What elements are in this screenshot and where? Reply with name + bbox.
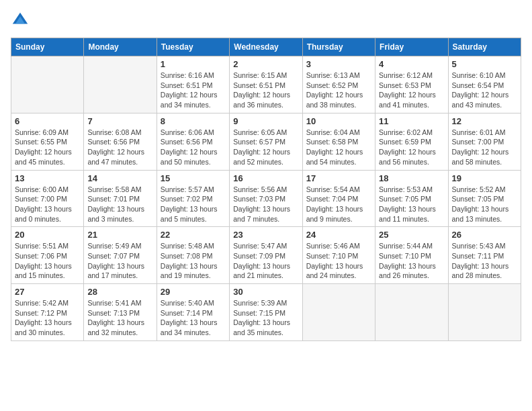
day-number: 8 — [161, 116, 226, 126]
day-info: Sunrise: 5:52 AM Sunset: 7:05 PM Dayligh… — [452, 185, 517, 224]
day-info: Sunrise: 6:13 AM Sunset: 6:52 PM Dayligh… — [306, 71, 371, 110]
day-info: Sunrise: 5:48 AM Sunset: 7:08 PM Dayligh… — [161, 241, 226, 281]
day-number: 15 — [161, 173, 226, 183]
day-info: Sunrise: 6:12 AM Sunset: 6:53 PM Dayligh… — [379, 71, 444, 110]
day-info: Sunrise: 5:42 AM Sunset: 7:12 PM Dayligh… — [15, 298, 80, 338]
day-info: Sunrise: 5:39 AM Sunset: 7:15 PM Dayligh… — [233, 298, 298, 338]
day-cell: 20Sunrise: 5:51 AM Sunset: 7:06 PM Dayli… — [11, 227, 84, 284]
day-number: 18 — [379, 173, 444, 183]
weekday-header-friday: Friday — [375, 38, 448, 56]
weekday-header-saturday: Saturday — [448, 38, 521, 56]
day-cell: 25Sunrise: 5:44 AM Sunset: 7:10 PM Dayli… — [375, 227, 448, 284]
day-cell: 18Sunrise: 5:53 AM Sunset: 7:05 PM Dayli… — [375, 170, 448, 227]
day-cell: 26Sunrise: 5:43 AM Sunset: 7:11 PM Dayli… — [448, 227, 521, 284]
day-number: 27 — [15, 287, 80, 297]
day-info: Sunrise: 5:56 AM Sunset: 7:03 PM Dayligh… — [233, 185, 298, 224]
day-cell: 3Sunrise: 6:13 AM Sunset: 6:52 PM Daylig… — [302, 56, 375, 113]
week-row-1: 1Sunrise: 6:16 AM Sunset: 6:51 PM Daylig… — [11, 56, 521, 113]
day-number: 2 — [233, 59, 298, 69]
day-info: Sunrise: 5:54 AM Sunset: 7:04 PM Dayligh… — [306, 185, 371, 224]
day-info: Sunrise: 5:51 AM Sunset: 7:06 PM Dayligh… — [15, 241, 80, 281]
day-info: Sunrise: 5:43 AM Sunset: 7:11 PM Dayligh… — [452, 241, 517, 281]
day-info: Sunrise: 6:09 AM Sunset: 6:55 PM Dayligh… — [15, 128, 80, 167]
day-number: 19 — [452, 173, 517, 183]
day-cell: 23Sunrise: 5:47 AM Sunset: 7:09 PM Dayli… — [230, 227, 302, 284]
day-number: 24 — [306, 230, 371, 240]
weekday-header-sunday: Sunday — [11, 38, 84, 56]
day-info: Sunrise: 6:01 AM Sunset: 7:00 PM Dayligh… — [452, 128, 517, 167]
day-cell: 29Sunrise: 5:40 AM Sunset: 7:14 PM Dayli… — [157, 284, 229, 341]
day-info: Sunrise: 5:53 AM Sunset: 7:05 PM Dayligh… — [379, 185, 444, 224]
day-cell: 14Sunrise: 5:58 AM Sunset: 7:01 PM Dayli… — [84, 170, 157, 227]
day-number: 22 — [161, 230, 226, 240]
day-number: 14 — [87, 173, 152, 183]
day-cell: 30Sunrise: 5:39 AM Sunset: 7:15 PM Dayli… — [230, 284, 302, 341]
day-number: 23 — [233, 230, 298, 240]
day-cell: 12Sunrise: 6:01 AM Sunset: 7:00 PM Dayli… — [448, 113, 521, 170]
day-cell — [302, 284, 375, 341]
header — [11, 11, 521, 30]
day-cell: 16Sunrise: 5:56 AM Sunset: 7:03 PM Dayli… — [230, 170, 302, 227]
day-number: 29 — [161, 287, 226, 297]
day-number: 20 — [15, 230, 80, 240]
day-number: 16 — [233, 173, 298, 183]
day-number: 13 — [15, 173, 80, 183]
day-info: Sunrise: 5:44 AM Sunset: 7:10 PM Dayligh… — [379, 241, 444, 281]
day-number: 5 — [452, 59, 517, 69]
day-info: Sunrise: 5:40 AM Sunset: 7:14 PM Dayligh… — [161, 298, 226, 338]
day-cell: 19Sunrise: 5:52 AM Sunset: 7:05 PM Dayli… — [448, 170, 521, 227]
day-cell: 4Sunrise: 6:12 AM Sunset: 6:53 PM Daylig… — [375, 56, 448, 113]
week-row-5: 27Sunrise: 5:42 AM Sunset: 7:12 PM Dayli… — [11, 284, 521, 341]
day-cell: 24Sunrise: 5:46 AM Sunset: 7:10 PM Dayli… — [302, 227, 375, 284]
day-cell: 6Sunrise: 6:09 AM Sunset: 6:55 PM Daylig… — [11, 113, 84, 170]
day-info: Sunrise: 5:46 AM Sunset: 7:10 PM Dayligh… — [306, 241, 371, 281]
day-info: Sunrise: 5:58 AM Sunset: 7:01 PM Dayligh… — [87, 185, 152, 224]
day-number: 28 — [87, 287, 152, 297]
day-number: 7 — [87, 116, 152, 126]
day-number: 6 — [15, 116, 80, 126]
day-cell: 22Sunrise: 5:48 AM Sunset: 7:08 PM Dayli… — [157, 227, 229, 284]
day-cell: 17Sunrise: 5:54 AM Sunset: 7:04 PM Dayli… — [302, 170, 375, 227]
day-info: Sunrise: 6:04 AM Sunset: 6:58 PM Dayligh… — [306, 128, 371, 167]
day-cell: 15Sunrise: 5:57 AM Sunset: 7:02 PM Dayli… — [157, 170, 229, 227]
day-cell: 7Sunrise: 6:08 AM Sunset: 6:56 PM Daylig… — [84, 113, 157, 170]
day-cell — [448, 284, 521, 341]
day-number: 11 — [379, 116, 444, 126]
day-info: Sunrise: 6:02 AM Sunset: 6:59 PM Dayligh… — [379, 128, 444, 167]
day-info: Sunrise: 5:57 AM Sunset: 7:02 PM Dayligh… — [161, 185, 226, 224]
day-info: Sunrise: 5:49 AM Sunset: 7:07 PM Dayligh… — [87, 241, 152, 281]
logo-icon — [11, 11, 30, 30]
day-cell: 5Sunrise: 6:10 AM Sunset: 6:54 PM Daylig… — [448, 56, 521, 113]
day-cell: 11Sunrise: 6:02 AM Sunset: 6:59 PM Dayli… — [375, 113, 448, 170]
week-row-3: 13Sunrise: 6:00 AM Sunset: 7:00 PM Dayli… — [11, 170, 521, 227]
calendar-table: SundayMondayTuesdayWednesdayThursdayFrid… — [11, 38, 521, 341]
day-number: 3 — [306, 59, 371, 69]
week-row-4: 20Sunrise: 5:51 AM Sunset: 7:06 PM Dayli… — [11, 227, 521, 284]
day-cell: 28Sunrise: 5:41 AM Sunset: 7:13 PM Dayli… — [84, 284, 157, 341]
weekday-header-row: SundayMondayTuesdayWednesdayThursdayFrid… — [11, 38, 521, 56]
weekday-header-thursday: Thursday — [302, 38, 375, 56]
day-cell: 13Sunrise: 6:00 AM Sunset: 7:00 PM Dayli… — [11, 170, 84, 227]
weekday-header-monday: Monday — [84, 38, 157, 56]
day-info: Sunrise: 6:15 AM Sunset: 6:51 PM Dayligh… — [233, 71, 298, 110]
day-number: 10 — [306, 116, 371, 126]
day-number: 9 — [233, 116, 298, 126]
day-cell: 10Sunrise: 6:04 AM Sunset: 6:58 PM Dayli… — [302, 113, 375, 170]
day-cell: 27Sunrise: 5:42 AM Sunset: 7:12 PM Dayli… — [11, 284, 84, 341]
week-row-2: 6Sunrise: 6:09 AM Sunset: 6:55 PM Daylig… — [11, 113, 521, 170]
day-cell: 1Sunrise: 6:16 AM Sunset: 6:51 PM Daylig… — [157, 56, 229, 113]
day-number: 4 — [379, 59, 444, 69]
day-info: Sunrise: 5:41 AM Sunset: 7:13 PM Dayligh… — [87, 298, 152, 338]
day-number: 12 — [452, 116, 517, 126]
day-number: 1 — [161, 59, 226, 69]
day-cell: 2Sunrise: 6:15 AM Sunset: 6:51 PM Daylig… — [230, 56, 302, 113]
day-number: 17 — [306, 173, 371, 183]
day-cell: 9Sunrise: 6:05 AM Sunset: 6:57 PM Daylig… — [230, 113, 302, 170]
day-number: 30 — [233, 287, 298, 297]
day-info: Sunrise: 5:47 AM Sunset: 7:09 PM Dayligh… — [233, 241, 298, 281]
day-info: Sunrise: 6:06 AM Sunset: 6:56 PM Dayligh… — [161, 128, 226, 167]
day-info: Sunrise: 6:05 AM Sunset: 6:57 PM Dayligh… — [233, 128, 298, 167]
weekday-header-tuesday: Tuesday — [157, 38, 229, 56]
weekday-header-wednesday: Wednesday — [230, 38, 302, 56]
day-number: 26 — [452, 230, 517, 240]
